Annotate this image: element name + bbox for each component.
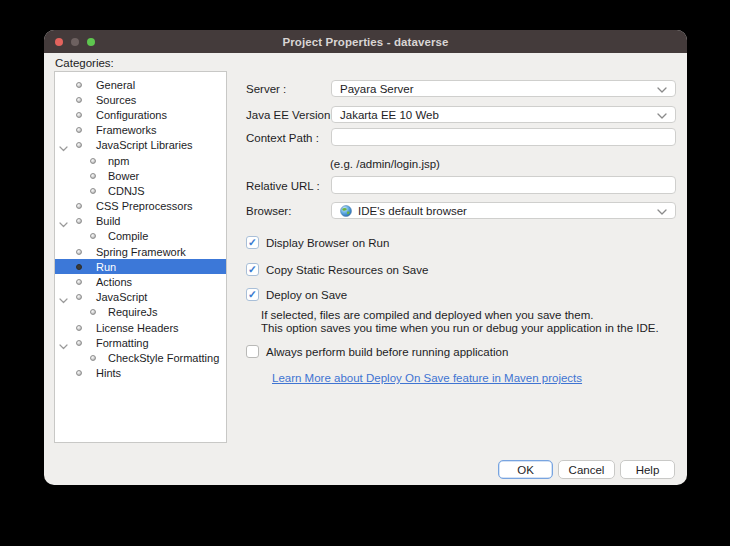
tree-item-general[interactable]: General	[55, 77, 226, 92]
zoom-button[interactable]	[87, 38, 95, 46]
tree-item-label: Sources	[96, 94, 136, 106]
tree-item-run[interactable]: Run	[55, 259, 226, 274]
tree-item-label: Build	[96, 215, 120, 227]
node-bullet-icon	[90, 173, 96, 179]
tree-item-label: License Headers	[96, 322, 179, 334]
tree-item-label: General	[96, 79, 135, 91]
node-bullet-icon	[76, 294, 82, 300]
tree-item-checkstyle-formatting[interactable]: CheckStyle Formatting	[55, 350, 226, 365]
always-build-row: Always perform build before running appl…	[246, 345, 508, 358]
categories-label: Categories:	[55, 57, 114, 69]
deploy-description-line1: If selected, files are compiled and depl…	[261, 309, 593, 321]
deploy-description-line2: This option saves you time when you run …	[261, 322, 659, 334]
node-bullet-icon	[90, 355, 96, 361]
tree-item-configurations[interactable]: Configurations	[55, 107, 226, 122]
display-browser-on-run-label: Display Browser on Run	[266, 237, 389, 249]
server-label: Server :	[246, 83, 286, 95]
ok-button[interactable]: OK	[498, 460, 553, 479]
help-button[interactable]: Help	[620, 460, 675, 479]
java-ee-version-label: Java EE Version :	[246, 109, 337, 121]
title-bar[interactable]: Project Properties - dataverse	[44, 30, 687, 53]
node-bullet-icon	[76, 203, 82, 209]
tree-item-build[interactable]: Build	[55, 214, 226, 229]
tree-item-label: Configurations	[96, 109, 167, 121]
node-bullet-icon	[76, 325, 82, 331]
display-browser-on-run-checkbox[interactable]: ✓	[246, 236, 259, 249]
categories-tree[interactable]: GeneralSourcesConfigurationsFrameworksJa…	[54, 71, 227, 443]
tree-item-requirejs[interactable]: RequireJs	[55, 305, 226, 320]
display-browser-on-run-row: ✓ Display Browser on Run	[246, 236, 389, 249]
context-path-label: Context Path :	[246, 132, 319, 144]
deploy-on-save-checkbox[interactable]: ✓	[246, 288, 259, 301]
node-bullet-icon	[76, 127, 82, 133]
node-bullet-icon	[90, 309, 96, 315]
always-build-label: Always perform build before running appl…	[266, 346, 508, 358]
java-ee-version-combobox-value: Jakarta EE 10 Web	[340, 109, 439, 121]
tree-item-css-preprocessors[interactable]: CSS Preprocessors	[55, 199, 226, 214]
always-build-checkbox[interactable]	[246, 345, 259, 358]
deploy-on-save-row: ✓ Deploy on Save	[246, 288, 347, 301]
relative-url-label: Relative URL :	[246, 180, 320, 192]
copy-static-resources-checkbox[interactable]: ✓	[246, 263, 259, 276]
chevron-down-icon	[657, 83, 667, 95]
tree-item-sources[interactable]: Sources	[55, 92, 226, 107]
tree-item-label: Formatting	[96, 337, 149, 349]
tree-item-label: CSS Preprocessors	[96, 200, 193, 212]
browser-combobox-value: IDE's default browser	[358, 205, 467, 217]
tree-item-npm[interactable]: npm	[55, 153, 226, 168]
tree-item-label: RequireJs	[108, 306, 158, 318]
java-ee-version-combobox[interactable]: Jakarta EE 10 Web	[331, 106, 676, 123]
tree-item-label: CheckStyle Formatting	[108, 352, 219, 364]
context-path-input[interactable]	[331, 128, 676, 146]
deploy-on-save-label: Deploy on Save	[266, 289, 347, 301]
node-bullet-icon	[90, 188, 96, 194]
traffic-lights	[55, 30, 95, 53]
close-button[interactable]	[55, 38, 63, 46]
node-bullet-icon	[90, 158, 96, 164]
tree-item-label: Run	[96, 261, 116, 273]
node-bullet-icon	[76, 249, 82, 255]
tree-item-label: Actions	[96, 276, 132, 288]
tree-item-compile[interactable]: Compile	[55, 229, 226, 244]
chevron-down-icon[interactable]	[59, 142, 68, 148]
chevron-down-icon[interactable]	[59, 294, 68, 300]
tree-item-javascript[interactable]: JavaScript	[55, 290, 226, 305]
node-bullet-icon	[76, 370, 82, 376]
project-properties-dialog: Project Properties - dataverse Categorie…	[44, 30, 687, 485]
server-combobox[interactable]: Payara Server	[331, 80, 676, 97]
tree-item-formatting[interactable]: Formatting	[55, 335, 226, 350]
tree-item-label: Spring Framework	[96, 246, 186, 258]
context-path-hint: (e.g. /admin/login.jsp)	[330, 158, 440, 170]
globe-icon	[340, 205, 352, 217]
tree-item-license-headers[interactable]: License Headers	[55, 320, 226, 335]
tree-item-label: Compile	[108, 230, 148, 242]
browser-combobox[interactable]: IDE's default browser	[331, 202, 676, 219]
node-bullet-icon	[76, 264, 82, 270]
tree-item-label: CDNJS	[108, 185, 145, 197]
tree-item-label: npm	[108, 155, 129, 167]
node-bullet-icon	[76, 82, 82, 88]
chevron-down-icon[interactable]	[59, 340, 68, 346]
tree-item-actions[interactable]: Actions	[55, 274, 226, 289]
node-bullet-icon	[76, 340, 82, 346]
window-title: Project Properties - dataverse	[283, 36, 449, 48]
deploy-on-save-learn-more-link[interactable]: Learn More about Deploy On Save feature …	[272, 372, 582, 384]
node-bullet-icon	[76, 112, 82, 118]
cancel-button[interactable]: Cancel	[558, 460, 615, 479]
chevron-down-icon[interactable]	[59, 218, 68, 224]
chevron-down-icon	[657, 205, 667, 217]
copy-static-resources-label: Copy Static Resources on Save	[266, 264, 428, 276]
browser-label: Browser:	[246, 205, 291, 217]
tree-item-cdnjs[interactable]: CDNJS	[55, 183, 226, 198]
relative-url-input[interactable]	[331, 176, 676, 194]
tree-item-label: Hints	[96, 367, 121, 379]
copy-static-resources-row: ✓ Copy Static Resources on Save	[246, 263, 428, 276]
tree-item-frameworks[interactable]: Frameworks	[55, 123, 226, 138]
tree-item-spring-framework[interactable]: Spring Framework	[55, 244, 226, 259]
tree-item-label: JavaScript	[96, 291, 147, 303]
tree-item-javascript-libraries[interactable]: JavaScript Libraries	[55, 138, 226, 153]
tree-item-hints[interactable]: Hints	[55, 366, 226, 381]
node-bullet-icon	[76, 279, 82, 285]
chevron-down-icon	[657, 109, 667, 121]
tree-item-bower[interactable]: Bower	[55, 168, 226, 183]
